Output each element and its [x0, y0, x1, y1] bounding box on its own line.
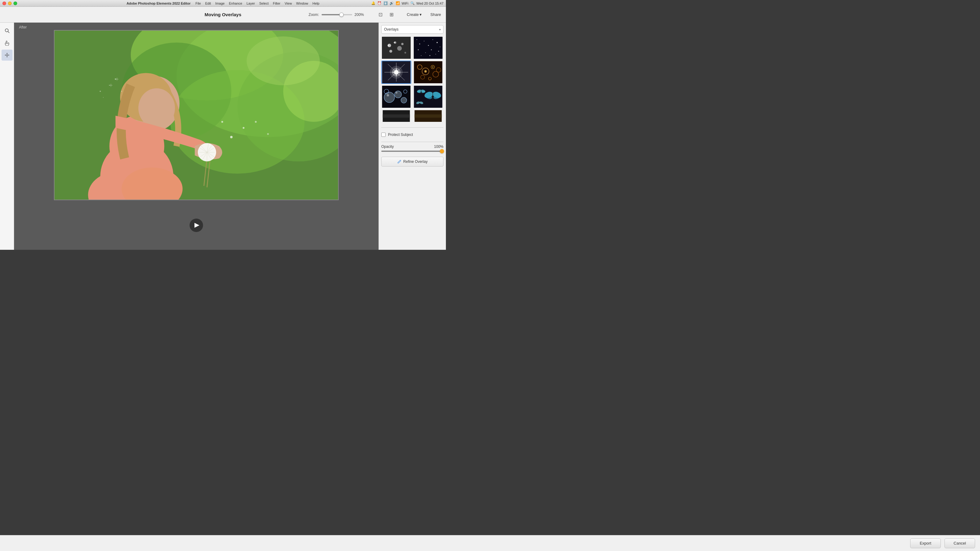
clock-icon: ⏰ — [377, 1, 382, 5]
search-tool[interactable] — [2, 25, 13, 36]
status-icons: 🔔 ⏰ ⬇️ 🔊 📶 WiFi 🔍 Wed 20 Oct 15:47 — [371, 1, 444, 5]
toolbar-center: Moving Overlays — [205, 12, 241, 17]
svg-point-74 — [430, 55, 430, 56]
maximize-button[interactable] — [13, 2, 17, 5]
svg-point-107 — [401, 97, 407, 103]
menu-enhance[interactable]: Enhance — [229, 2, 242, 5]
svg-point-55 — [404, 52, 406, 54]
menu-window[interactable]: Window — [296, 2, 308, 5]
svg-point-63 — [423, 41, 424, 41]
play-button[interactable] — [189, 219, 203, 232]
menu-select[interactable]: Select — [259, 2, 269, 5]
overlay-bubbles-preview — [382, 86, 411, 108]
overlay-thumb-bokeh[interactable] — [413, 60, 443, 84]
zoom-slider[interactable] — [321, 14, 352, 15]
notification-icon: 🔔 — [371, 1, 375, 5]
overlay-butterflies-preview — [414, 86, 442, 108]
actual-size-button[interactable]: ⊞ — [387, 10, 396, 19]
menu-help[interactable]: Help — [312, 2, 320, 5]
svg-point-97 — [424, 70, 426, 73]
create-button[interactable]: Create ▾ — [407, 12, 422, 17]
left-sidebar — [0, 23, 14, 250]
zoom-label: Zoom: — [309, 13, 319, 17]
create-chevron-icon: ▾ — [420, 12, 422, 17]
editor-title: Moving Overlays — [205, 12, 241, 17]
svg-rect-124 — [383, 114, 410, 118]
svg-point-70 — [431, 49, 432, 50]
top-toolbar: Moving Overlays Zoom: 200% ⊡ ⊞ Create ▾ … — [0, 7, 446, 23]
protect-subject-label: Protect Subject — [388, 133, 413, 137]
fit-window-button[interactable]: ⊡ — [376, 10, 385, 19]
svg-point-73 — [421, 56, 422, 56]
svg-point-44 — [121, 91, 122, 92]
overlay-thumb-bubbles[interactable] — [381, 85, 411, 108]
svg-point-52 — [397, 46, 402, 51]
svg-point-53 — [389, 50, 392, 52]
overlay-thumb-stars[interactable] — [413, 36, 443, 59]
svg-point-69 — [425, 52, 426, 53]
canvas-area: After — [14, 23, 379, 250]
share-button[interactable]: Share — [430, 12, 441, 17]
canvas-image[interactable] — [54, 30, 338, 200]
panel-separator — [381, 127, 444, 128]
svg-point-106 — [395, 91, 401, 98]
overlay-strip2-preview — [414, 110, 442, 122]
overlay-thumb-strip1[interactable] — [381, 110, 411, 122]
overlay-thumb-light-rays[interactable] — [381, 60, 411, 84]
opacity-thumb[interactable] — [440, 149, 444, 153]
svg-point-66 — [436, 42, 438, 43]
main-layout: After — [0, 23, 446, 250]
panel-separator-2 — [381, 142, 444, 142]
svg-rect-49 — [382, 37, 411, 59]
menu-image[interactable]: Image — [215, 2, 225, 5]
overlay-light-rays-preview — [382, 61, 411, 83]
zoom-value: 200% — [355, 13, 364, 17]
titlebar-right: 🔔 ⏰ ⬇️ 🔊 📶 WiFi 🔍 Wed 20 Oct 15:47 — [371, 1, 444, 5]
play-button-container[interactable] — [189, 219, 203, 232]
svg-point-72 — [438, 51, 439, 52]
overlay-thumb-strip2[interactable] — [413, 110, 443, 122]
overlay-sparkles-preview — [382, 37, 411, 59]
opacity-slider[interactable] — [381, 151, 444, 152]
svg-rect-126 — [414, 114, 442, 118]
search-icon[interactable]: 🔍 — [410, 1, 415, 5]
opacity-label: Opacity — [381, 144, 394, 149]
zoom-thumb[interactable] — [339, 13, 344, 17]
move-tool[interactable] — [2, 49, 13, 60]
overlay-bokeh-preview — [414, 61, 442, 83]
opacity-row: Opacity 100% — [381, 144, 444, 149]
protect-subject-checkbox[interactable] — [381, 133, 385, 137]
menu-edit[interactable]: Edit — [205, 2, 211, 5]
traffic-lights — [2, 2, 17, 5]
minimize-button[interactable] — [8, 2, 12, 5]
svg-point-64 — [428, 45, 429, 46]
protect-subject-row: Protect Subject — [381, 133, 444, 137]
svg-point-105 — [384, 92, 395, 103]
svg-rect-60 — [414, 37, 442, 59]
refine-overlay-label: Refine Overlay — [403, 159, 428, 164]
overlay-thumb-sparkles[interactable] — [381, 36, 411, 59]
overlay-thumb-butterflies[interactable] — [413, 85, 443, 108]
overlays-label: Overlays — [384, 27, 398, 32]
opacity-value: 100% — [434, 144, 444, 149]
menu-layer[interactable]: Layer — [247, 2, 255, 5]
hand-tool[interactable] — [2, 37, 13, 48]
menu-view[interactable]: View — [285, 2, 292, 5]
canvas-image-wrapper — [54, 30, 339, 200]
menu-filter[interactable]: Filter — [273, 2, 280, 5]
svg-point-42 — [103, 97, 103, 98]
refine-overlay-button[interactable]: Refine Overlay — [381, 157, 444, 167]
titlebar: Adobe Photoshop Elements 2022 Editor Fil… — [0, 0, 446, 7]
datetime: Wed 20 Oct 15:47 — [417, 2, 444, 5]
menu-file[interactable]: File — [196, 2, 201, 5]
svg-point-65 — [433, 40, 433, 40]
volume-icon: 🔊 — [390, 1, 394, 5]
svg-point-109 — [396, 92, 398, 94]
toolbar-right: Zoom: 200% ⊡ ⊞ Create ▾ Share — [309, 10, 441, 19]
svg-point-61 — [417, 40, 417, 40]
close-button[interactable] — [2, 2, 6, 5]
titlebar-app: Adobe Photoshop Elements 2022 Editor Fil… — [126, 2, 320, 5]
svg-point-67 — [439, 46, 440, 47]
svg-point-40 — [100, 91, 101, 92]
overlays-dropdown[interactable]: Overlays ▾ — [381, 25, 444, 34]
